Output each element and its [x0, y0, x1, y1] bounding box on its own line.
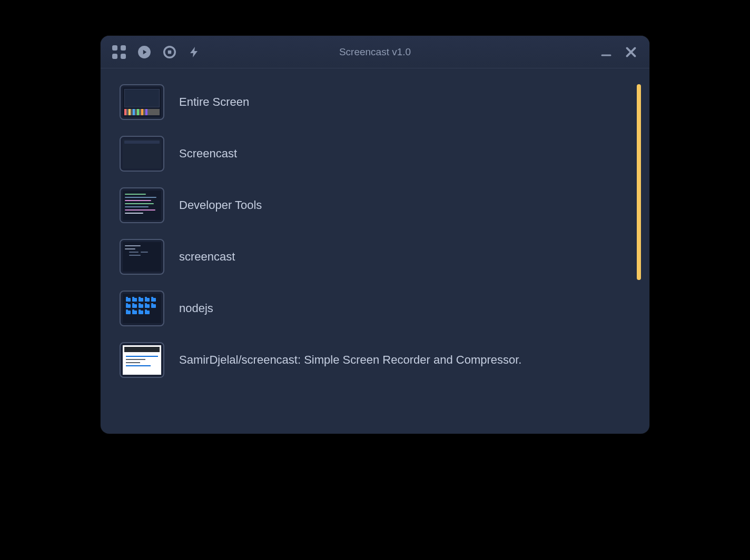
scrollbar-thumb[interactable]: [637, 84, 641, 280]
source-item[interactable]: SamirDjelal/screencast: Simple Screen Re…: [120, 342, 630, 378]
source-item[interactable]: screencast: [120, 239, 630, 275]
svg-rect-2: [168, 50, 172, 54]
toolbar-right: [600, 45, 638, 59]
source-label: Screencast: [179, 147, 237, 161]
window-body: Entire ScreenScreencastDeveloper Toolssc…: [101, 68, 649, 434]
source-item[interactable]: Entire Screen: [120, 84, 630, 120]
source-thumbnail: [120, 342, 164, 378]
source-thumbnail: [120, 291, 164, 326]
close-icon[interactable]: [624, 45, 638, 59]
toolbar-left: [112, 45, 201, 59]
source-label: Entire Screen: [179, 95, 249, 109]
source-label: Developer Tools: [179, 198, 262, 212]
source-item[interactable]: Developer Tools: [120, 187, 630, 223]
window-title: Screencast v1.0: [339, 46, 411, 58]
stop-icon[interactable]: [163, 45, 176, 59]
source-label: SamirDjelal/screencast: Simple Screen Re…: [179, 353, 521, 367]
source-label: screencast: [179, 250, 235, 264]
titlebar: Screencast v1.0: [101, 36, 649, 68]
source-thumbnail: [120, 136, 164, 172]
play-icon[interactable]: [137, 45, 151, 59]
app-window: Screencast v1.0 Entire ScreenScreencastD…: [101, 36, 649, 434]
source-thumbnail: [120, 239, 164, 275]
source-item[interactable]: Screencast: [120, 136, 630, 172]
flash-icon[interactable]: [188, 45, 201, 59]
source-thumbnail: [120, 187, 164, 223]
source-item[interactable]: nodejs: [120, 291, 630, 326]
grid-icon[interactable]: [112, 45, 126, 59]
source-thumbnail: [120, 84, 164, 120]
source-list: Entire ScreenScreencastDeveloper Toolssc…: [101, 68, 649, 434]
source-label: nodejs: [179, 302, 213, 315]
minimize-icon[interactable]: [600, 46, 613, 58]
scrollbar-track[interactable]: [637, 84, 641, 418]
